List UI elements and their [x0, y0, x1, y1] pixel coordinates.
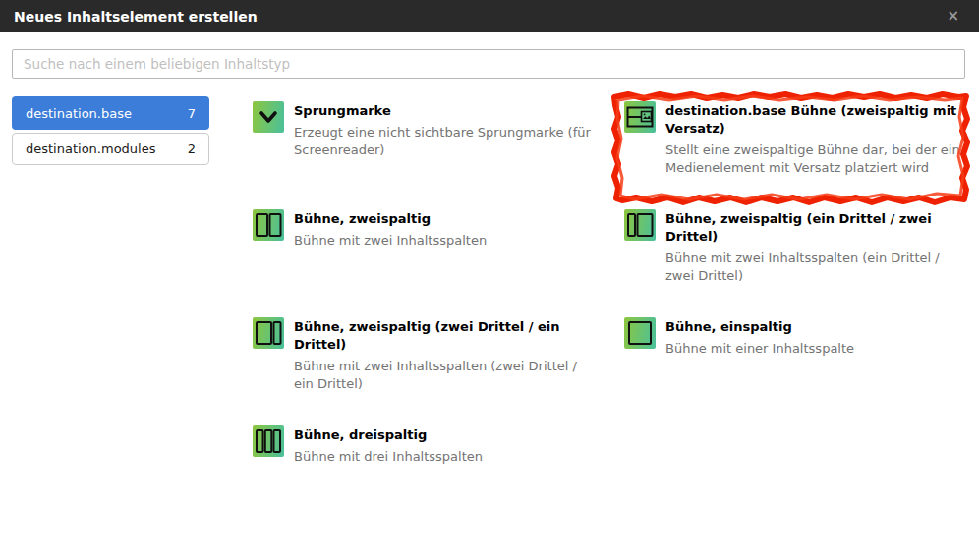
two-columns-icon	[253, 209, 284, 241]
item-description: Stellt eine zweispaltige Bühne dar, bei …	[665, 141, 962, 177]
sidebar: destination.base 7 destination.modules 2	[12, 96, 209, 168]
sidebar-item-count: 2	[188, 141, 196, 156]
sidebar-item-destination-base[interactable]: destination.base 7	[12, 96, 209, 130]
list-item-buehne-einspaltig[interactable]: Bühne, einspaltig Bühne mit einer Inhalt…	[624, 317, 979, 358]
three-columns-icon	[253, 425, 284, 457]
list-item-buehne-zweispaltig-versatz[interactable]: destination.base Bühne (zweispaltig mit …	[624, 101, 979, 177]
sidebar-item-label: destination.modules	[26, 141, 155, 156]
item-description: Bühne mit zwei Inhaltsspalten (zwei Drit…	[294, 358, 591, 393]
list-item-sprungmarke[interactable]: Sprungmarke Erzeugt eine nicht sichtbare…	[253, 101, 624, 159]
item-title: Sprungmarke	[294, 102, 589, 120]
close-icon[interactable]: ×	[941, 7, 965, 26]
item-title: destination.base Bühne (zweispaltig mit …	[665, 102, 960, 138]
item-description: Bühne mit zwei Inhaltsspalten (ein Dritt…	[665, 250, 962, 285]
item-title: Bühne, zweispaltig	[294, 210, 487, 228]
item-description: Bühne mit drei Inhaltsspalten	[294, 448, 483, 466]
item-description: Bühne mit zwei Inhaltsspalten	[294, 232, 487, 250]
list-item-buehne-zweispaltig[interactable]: Bühne, zweispaltig Bühne mit zwei Inhalt…	[253, 209, 624, 250]
chevron-down-icon	[253, 101, 284, 133]
item-description: Erzeugt eine nicht sichtbare Sprungmarke…	[294, 124, 591, 159]
sidebar-item-label: destination.base	[26, 106, 132, 121]
item-title: Bühne, zweispaltig (zwei Drittel / ein D…	[294, 318, 589, 354]
item-title: Bühne, einspaltig	[665, 318, 854, 336]
list-item-buehne-dreispaltig[interactable]: Bühne, dreispaltig Bühne mit drei Inhalt…	[253, 425, 624, 466]
item-description: Bühne mit einer Inhaltsspalte	[665, 340, 854, 358]
modal-header: Neues Inhaltselement erstellen ×	[0, 0, 979, 32]
item-title: Bühne, dreispaltig	[294, 426, 483, 444]
two-columns-wide-narrow-icon	[253, 317, 284, 349]
stage-two-col-offset-media-icon	[624, 101, 656, 133]
two-columns-narrow-wide-icon	[624, 209, 656, 241]
one-column-icon	[624, 317, 656, 349]
modal-title: Neues Inhaltselement erstellen	[14, 9, 258, 25]
item-title: Bühne, zweispaltig (ein Drittel / zwei D…	[665, 210, 960, 246]
search-input[interactable]	[12, 49, 965, 79]
list-item-buehne-ein-drittel-zwei-drittel[interactable]: Bühne, zweispaltig (ein Drittel / zwei D…	[624, 209, 979, 285]
sidebar-item-destination-modules[interactable]: destination.modules 2	[12, 133, 209, 165]
content-element-list: Sprungmarke Erzeugt eine nicht sichtbare…	[253, 101, 979, 533]
sidebar-item-count: 7	[188, 106, 196, 121]
list-item-buehne-zwei-drittel-ein-drittel[interactable]: Bühne, zweispaltig (zwei Drittel / ein D…	[253, 317, 624, 393]
